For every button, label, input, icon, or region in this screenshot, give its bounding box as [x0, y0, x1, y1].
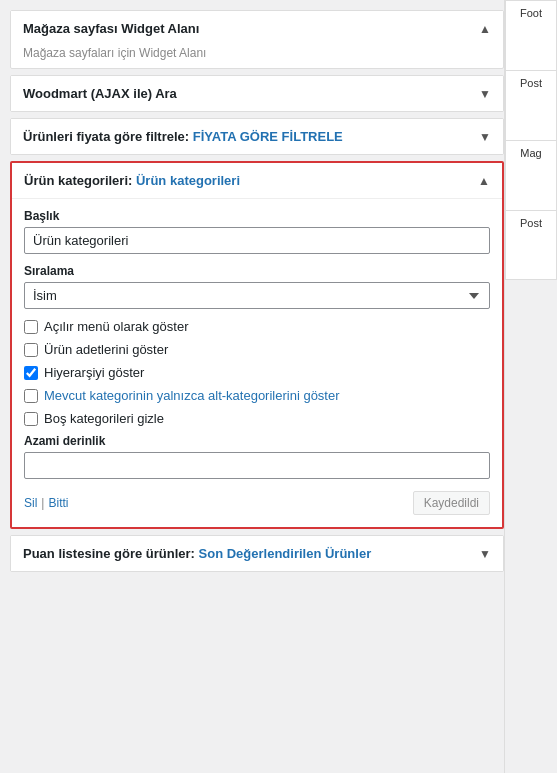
separator: | [41, 496, 44, 510]
checkbox-bos-label: Boş kategorileri gizle [44, 411, 164, 426]
widget-search-title: Woodmart (AJAX ile) Ara [23, 86, 177, 101]
widget-bottom-arrow: ▼ [479, 547, 491, 561]
widget-store-header[interactable]: Mağaza sayfası Widget Alanı ▲ [11, 11, 503, 46]
widget-price-arrow: ▼ [479, 130, 491, 144]
widget-search: Woodmart (AJAX ile) Ara ▼ [10, 75, 504, 112]
checkbox-mevcut-input[interactable] [24, 389, 38, 403]
widget-categories-arrow: ▲ [478, 174, 490, 188]
footer-links: Sil | Bitti [24, 496, 68, 510]
sidebar-item-foot[interactable]: Foot [505, 0, 557, 70]
checkbox-hiyerarsi: Hiyerarşiyi göster [24, 365, 490, 380]
sidebar-item-mag-label: Mag [520, 147, 541, 159]
widget-categories-header[interactable]: Ürün kategorileri: Ürün kategorileri ▲ [12, 163, 502, 198]
widget-categories-title-highlight: Ürün kategorileri [136, 173, 240, 188]
sidebar-item-post2[interactable]: Post [505, 210, 557, 280]
sidebar-item-post[interactable]: Post [505, 70, 557, 140]
widget-categories-body: Başlık Sıralama İsim ID Sayı Açılır menü… [12, 198, 502, 527]
azami-input[interactable] [24, 452, 490, 479]
siralama-select[interactable]: İsim ID Sayı [24, 282, 490, 309]
checkbox-urun-input[interactable] [24, 343, 38, 357]
widget-search-header[interactable]: Woodmart (AJAX ile) Ara ▼ [11, 76, 503, 111]
widget-store-title: Mağaza sayfası Widget Alanı [23, 21, 199, 36]
checkbox-mevcut: Mevcut kategorinin yalnızca alt-kategori… [24, 388, 490, 403]
widget-price-title: Ürünleri fiyata göre filtrele: FİYATA GÖ… [23, 129, 343, 144]
siralama-label: Sıralama [24, 264, 490, 278]
widget-store: Mağaza sayfası Widget Alanı ▲ Mağaza say… [10, 10, 504, 69]
widget-price-highlight: FİYATA GÖRE FİLTRELE [193, 129, 343, 144]
siralama-row: Sıralama İsim ID Sayı [24, 264, 490, 309]
sidebar-item-foot-label: Foot [520, 7, 542, 19]
baslik-row: Başlık [24, 209, 490, 254]
checkbox-bos: Boş kategorileri gizle [24, 411, 490, 426]
sidebar: Foot Post Mag Post [504, 0, 557, 773]
widget-categories-expanded: Ürün kategorileri: Ürün kategorileri ▲ B… [10, 161, 504, 529]
bitti-link[interactable]: Bitti [48, 496, 68, 510]
widget-store-subtext: Mağaza sayfaları için Widget Alanı [11, 46, 503, 68]
checkbox-mevcut-label: Mevcut kategorinin yalnızca alt-kategori… [44, 388, 340, 403]
widget-price: Ürünleri fiyata göre filtrele: FİYATA GÖ… [10, 118, 504, 155]
saved-button: Kaydedildi [413, 491, 490, 515]
widget-categories-title: Ürün kategorileri: Ürün kategorileri [24, 173, 240, 188]
sidebar-item-mag[interactable]: Mag [505, 140, 557, 210]
checkbox-acilir: Açılır menü olarak göster [24, 319, 490, 334]
checkbox-hiyerarsi-label: Hiyerarşiyi göster [44, 365, 144, 380]
widget-price-header[interactable]: Ürünleri fiyata göre filtrele: FİYATA GÖ… [11, 119, 503, 154]
widget-search-arrow: ▼ [479, 87, 491, 101]
widget-footer: Sil | Bitti Kaydedildi [24, 491, 490, 515]
sidebar-item-post2-label: Post [520, 217, 542, 229]
baslik-input[interactable] [24, 227, 490, 254]
azami-label: Azami derinlik [24, 434, 490, 448]
checkbox-urun: Ürün adetlerini göster [24, 342, 490, 357]
azami-row: Azami derinlik [24, 434, 490, 479]
checkbox-acilir-input[interactable] [24, 320, 38, 334]
widget-bottom-highlight: Son Değerlendirilen Ürünler [199, 546, 372, 561]
widget-bottom: Puan listesine göre ürünler: Son Değerle… [10, 535, 504, 572]
checkbox-acilir-label: Açılır menü olarak göster [44, 319, 189, 334]
sil-link[interactable]: Sil [24, 496, 37, 510]
sidebar-item-post-label: Post [520, 77, 542, 89]
checkbox-mevcut-text: Mevcut kategorinin yalnızca alt-kategori… [44, 388, 340, 403]
checkbox-bos-input[interactable] [24, 412, 38, 426]
widget-bottom-title: Puan listesine göre ürünler: Son Değerle… [23, 546, 371, 561]
widget-bottom-header[interactable]: Puan listesine göre ürünler: Son Değerle… [11, 536, 503, 571]
checkbox-urun-label: Ürün adetlerini göster [44, 342, 168, 357]
baslik-label: Başlık [24, 209, 490, 223]
checkbox-hiyerarsi-input[interactable] [24, 366, 38, 380]
widget-store-arrow: ▲ [479, 22, 491, 36]
